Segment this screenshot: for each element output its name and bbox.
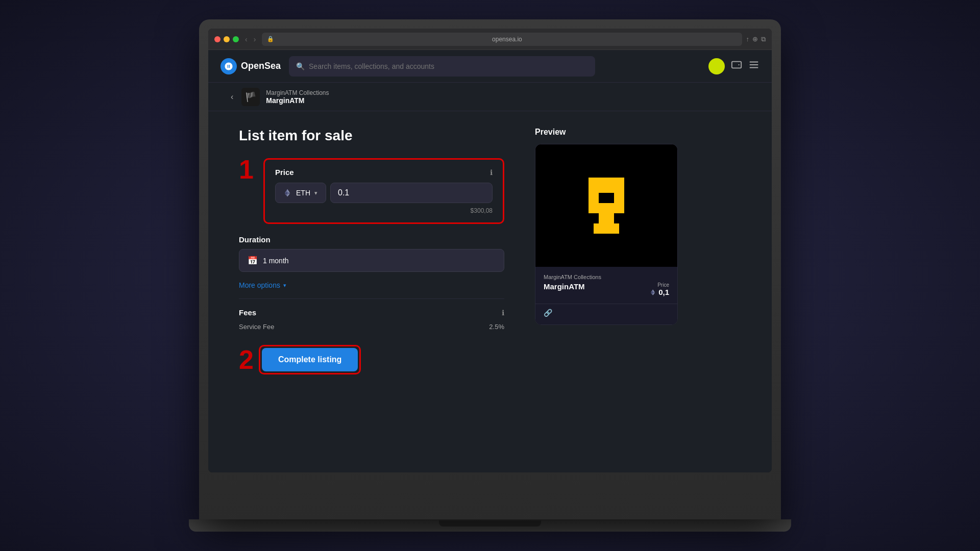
browser-nav: ‹ › [243,34,258,44]
opensea-logo-text: OpenSea [241,61,281,71]
tab-overview-icon[interactable]: ⧉ [761,35,766,43]
more-options-button[interactable]: More options ▾ [239,281,286,289]
search-icon: 🔍 [296,62,305,70]
back-nav-button[interactable]: ‹ [243,34,250,44]
svg-rect-12 [589,188,624,193]
browser-tools: ↑ ⊕ ⧉ [746,35,766,43]
right-panel: Preview [535,128,678,472]
svg-rect-19 [599,213,614,218]
link-icon: 🔗 [544,309,552,317]
complete-section: 2 Complete listing [239,345,504,374]
minimize-button[interactable] [224,36,230,42]
forward-nav-button[interactable]: › [252,34,258,44]
usd-value: $300,08 [275,207,493,214]
duration-button[interactable]: 📅 1 month [239,249,504,272]
price-info-icon[interactable]: ℹ [490,168,493,177]
nft-collection-name: MarginATM Collections [544,274,669,280]
price-section: Price ℹ [263,158,504,224]
nav-right [708,58,760,74]
price-input[interactable] [330,183,493,203]
more-options-label: More options [239,281,280,289]
preview-label: Preview [535,128,678,137]
search-bar[interactable]: 🔍 [289,56,595,77]
step2-number: 2 [239,346,254,373]
fees-label: Fees [239,308,256,317]
address-bar[interactable]: 🔒 opensea.io [262,33,742,46]
collection-name: MarginATM Collections [266,89,329,96]
svg-rect-18 [589,208,624,213]
page-title: List item for sale [239,128,504,144]
currency-label: ETH [296,189,310,197]
maximize-button[interactable] [233,36,239,42]
svg-rect-14 [614,193,624,198]
traffic-lights [214,36,239,42]
collection-icon: 🏴 [241,88,260,106]
nft-info: MarginATM Collections MarginATM Price [535,267,677,304]
svg-rect-11 [589,183,624,188]
add-tab-icon[interactable]: ⊕ [752,35,758,43]
svg-rect-22 [594,229,619,234]
price-input-row: ETH ▾ [275,183,493,203]
chevron-down-icon: ▾ [314,190,317,196]
wallet-icon[interactable] [731,59,742,73]
svg-rect-16 [614,198,624,203]
nft-price-number: 0,1 [658,288,669,296]
complete-listing-button[interactable]: Complete listing [262,348,358,371]
user-avatar[interactable] [708,58,725,74]
share-icon[interactable]: ↑ [746,35,750,43]
svg-rect-20 [599,218,614,223]
nft-image-area [535,144,677,267]
svg-rect-15 [589,198,599,203]
left-panel: List item for sale 1 Price ℹ [239,128,504,472]
menu-icon[interactable] [748,59,760,73]
breadcrumb: MarginATM Collections MarginATM [266,89,329,105]
fee-row: Service Fee 2.5% [239,323,504,331]
svg-rect-0 [732,62,741,68]
nft-price-label: Price [649,282,669,288]
opensea-logo[interactable]: OpenSea [220,58,281,74]
duration-value: 1 month [263,257,289,265]
search-input[interactable] [309,62,588,70]
nft-card-footer: 🔗 [535,304,677,324]
close-button[interactable] [214,36,220,42]
svg-rect-10 [589,178,624,183]
nft-card: MarginATM Collections MarginATM Price [535,144,678,325]
currency-dropdown[interactable]: ETH ▾ [275,183,326,203]
opensea-logo-icon [220,58,237,74]
service-fee-value: 2.5% [489,323,504,331]
fees-info-icon[interactable]: ℹ [502,309,504,317]
step1-container: 1 Price ℹ [239,158,504,224]
chevron-down-icon: ▾ [283,282,286,289]
breadcrumb-bar: ‹ 🏴 MarginATM Collections MarginATM [208,83,772,111]
step1-number: 1 [239,156,259,183]
fees-section: Fees ℹ Service Fee 2.5% [239,308,504,331]
price-label: Price [275,168,294,177]
complete-button-wrapper: Complete listing [259,345,361,374]
svg-rect-13 [589,193,599,198]
url-text: opensea.io [277,36,737,43]
calendar-icon: 📅 [248,256,258,265]
nft-item-name: MarginATM [544,282,585,291]
item-name: MarginATM [266,96,329,105]
service-fee-label: Service Fee [239,323,274,331]
duration-section: Duration 📅 1 month [239,235,504,272]
svg-rect-17 [589,203,624,208]
svg-rect-21 [594,223,619,229]
divider [239,298,504,299]
back-button[interactable]: ‹ [229,90,235,104]
duration-label: Duration [239,235,504,244]
nft-price-value: 0,1 [649,288,669,296]
